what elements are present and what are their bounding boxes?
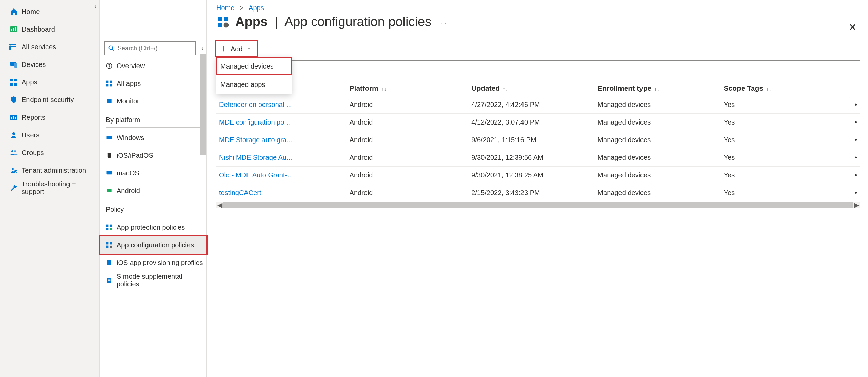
more-menu-button[interactable]: …: [440, 18, 446, 25]
sidebar-item-tenant-admin[interactable]: Tenant administration: [0, 162, 99, 179]
svg-rect-39: [108, 175, 110, 175]
cell-enrollment: Managed devices: [595, 167, 721, 184]
policy-link[interactable]: Nishi MDE Storage Au...: [219, 154, 292, 161]
svg-rect-3: [15, 27, 16, 31]
subnav-item-ios-provisioning[interactable]: iOS app provisioning profiles: [100, 254, 206, 271]
dashboard-icon: [9, 25, 20, 33]
scrollbar-track[interactable]: [223, 202, 853, 208]
cell-platform: Android: [347, 149, 469, 167]
subnav-item-ios[interactable]: iOS/iPadOS: [100, 147, 206, 164]
col-header-enrollment[interactable]: Enrollment type↑↓: [595, 81, 721, 96]
subnav-item-app-configuration[interactable]: App configuration policies: [100, 236, 206, 254]
sidebar-item-all-services[interactable]: All services: [0, 38, 99, 56]
svg-rect-14: [10, 83, 13, 86]
svg-rect-41: [106, 225, 109, 227]
cell-updated: 2/15/2022, 3:43:23 PM: [469, 184, 595, 202]
subnav-item-windows[interactable]: Windows: [100, 129, 206, 147]
table-row[interactable]: MDE Storage auto gra...Android9/6/2021, …: [216, 131, 860, 149]
subnav-item-s-mode[interactable]: S mode supplemental policies: [100, 271, 206, 289]
row-more-button[interactable]: •: [843, 167, 860, 184]
cell-scope: Yes: [721, 167, 843, 184]
subnav-item-monitor[interactable]: Monitor: [100, 92, 206, 110]
sidebar-item-reports[interactable]: Reports: [0, 109, 99, 126]
breadcrumb-home[interactable]: Home: [216, 4, 234, 12]
svg-point-23: [12, 168, 14, 170]
subnav-search-input[interactable]: [118, 45, 192, 52]
cell-scope: Yes: [721, 149, 843, 167]
breadcrumb: Home > Apps: [216, 4, 859, 12]
col-header-updated[interactable]: Updated↑↓: [469, 81, 595, 96]
policy-link[interactable]: MDE configuration po...: [219, 118, 290, 126]
sidebar-item-label: Troubleshooting + support: [22, 180, 99, 196]
cell-enrollment: Managed devices: [595, 184, 721, 202]
sidebar-item-endpoint-security[interactable]: Endpoint security: [0, 91, 99, 109]
svg-rect-53: [224, 17, 228, 21]
groups-icon: [9, 149, 20, 157]
scroll-left-icon[interactable]: ◀: [216, 201, 223, 209]
subnav-item-label: iOS/iPadOS: [117, 152, 153, 159]
table-row[interactable]: MDE configuration po...Android4/12/2022,…: [216, 114, 860, 131]
subnav-item-label: S mode supplemental policies: [117, 272, 206, 288]
cell-updated: 9/30/2021, 12:39:56 AM: [469, 149, 595, 167]
cell-enrollment: Managed devices: [595, 96, 721, 114]
breadcrumb-apps[interactable]: Apps: [249, 4, 264, 12]
cell-updated: 4/27/2022, 4:42:46 PM: [469, 96, 595, 114]
dropdown-managed-apps[interactable]: Managed apps: [216, 75, 292, 94]
cell-updated: 9/30/2021, 12:38:25 AM: [469, 167, 595, 184]
add-button-label: Add: [231, 45, 243, 53]
row-more-button[interactable]: •: [843, 184, 860, 202]
subnav-item-overview[interactable]: Overview: [100, 57, 206, 75]
sidebar-item-label: Users: [22, 131, 39, 139]
table-row[interactable]: Old - MDE Auto Grant-...Android9/30/2021…: [216, 167, 860, 184]
monitor-icon: [106, 98, 117, 105]
dropdown-managed-devices[interactable]: Managed devices: [216, 57, 292, 75]
col-header-scope[interactable]: Scope Tags↑↓: [721, 81, 843, 96]
row-more-button[interactable]: •: [843, 149, 860, 167]
table-row[interactable]: testingCACertAndroid2/15/2022, 3:43:23 P…: [216, 184, 860, 202]
svg-rect-31: [106, 81, 109, 83]
sidebar-item-groups[interactable]: Groups: [0, 144, 99, 162]
policy-link[interactable]: Defender on personal ...: [219, 101, 292, 108]
cell-scope: Yes: [721, 114, 843, 131]
svg-rect-40: [107, 189, 111, 192]
row-more-button[interactable]: •: [843, 131, 860, 149]
policy-link[interactable]: testingCACert: [219, 189, 261, 196]
policy-link[interactable]: MDE Storage auto gra...: [219, 136, 292, 144]
subnav-item-android[interactable]: Android: [100, 182, 206, 200]
svg-point-20: [12, 132, 15, 135]
filter-input[interactable]: [216, 60, 860, 76]
sidebar-item-troubleshooting[interactable]: Troubleshooting + support: [0, 179, 99, 197]
horizontal-scrollbar[interactable]: ◀ ▶: [216, 202, 860, 208]
svg-rect-44: [106, 242, 109, 245]
table-row[interactable]: Nishi MDE Storage Au...Android9/30/2021,…: [216, 149, 860, 167]
policy-link[interactable]: Old - MDE Auto Grant-...: [219, 171, 293, 179]
page-title: Apps | App configuration policies: [235, 15, 431, 29]
table-row[interactable]: Defender on personal ...Android4/27/2022…: [216, 96, 860, 114]
sidebar-item-dashboard[interactable]: Dashboard: [0, 20, 99, 38]
subnav-search[interactable]: [104, 41, 196, 55]
macos-icon: [106, 170, 117, 176]
sort-icon: ↑↓: [654, 86, 659, 92]
svg-point-30: [109, 64, 110, 65]
row-more-button[interactable]: •: [843, 96, 860, 114]
col-header-platform[interactable]: Platform↑↓: [347, 81, 469, 96]
subnav-item-all-apps[interactable]: All apps: [100, 75, 206, 92]
sidebar-item-home[interactable]: Home: [0, 3, 99, 20]
tenant-admin-icon: [9, 166, 20, 174]
s-mode-icon: [106, 277, 117, 284]
svg-rect-48: [107, 260, 111, 265]
scroll-right-icon[interactable]: ▶: [853, 201, 860, 209]
subnav-item-label: Android: [117, 187, 140, 195]
cell-platform: Android: [347, 184, 469, 202]
add-button[interactable]: Add: [216, 41, 257, 56]
sidebar-item-label: Apps: [22, 78, 37, 86]
apps-grid-icon: [106, 80, 117, 87]
sidebar-item-apps[interactable]: Apps: [0, 73, 99, 91]
sidebar-item-users[interactable]: Users: [0, 126, 99, 144]
subnav-item-label: iOS app provisioning profiles: [117, 259, 203, 267]
sidebar-item-devices[interactable]: Devices: [0, 56, 99, 73]
subnav-item-app-protection[interactable]: App protection policies: [100, 219, 206, 236]
row-more-button[interactable]: •: [843, 114, 860, 131]
subnav-item-macos[interactable]: macOS: [100, 164, 206, 182]
subnav-item-label: Windows: [117, 134, 144, 142]
